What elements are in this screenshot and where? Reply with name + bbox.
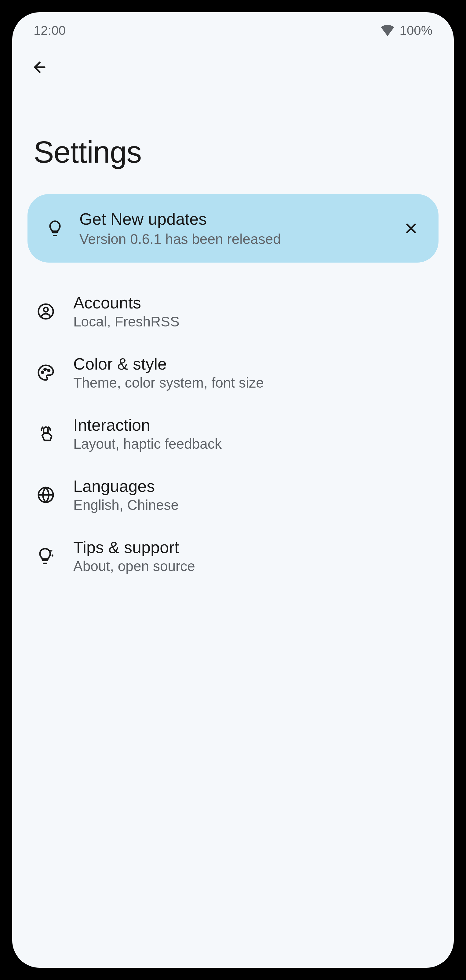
item-subtitle: English, Chinese bbox=[73, 497, 430, 513]
settings-item-languages[interactable]: Languages English, Chinese bbox=[27, 465, 439, 525]
lightbulb-icon bbox=[46, 219, 64, 237]
settings-item-accounts[interactable]: Accounts Local, FreshRSS bbox=[27, 281, 439, 342]
device-frame: 12:00 100% Settings bbox=[6, 6, 460, 974]
settings-list: Accounts Local, FreshRSS Color & style bbox=[12, 281, 454, 587]
status-bar: 12:00 100% bbox=[12, 12, 454, 43]
item-content: Languages English, Chinese bbox=[73, 477, 430, 513]
battery-percentage: 100% bbox=[400, 23, 433, 38]
status-right: 100% bbox=[381, 23, 433, 38]
item-title: Tips & support bbox=[73, 538, 430, 557]
device-screen: 12:00 100% Settings bbox=[12, 12, 454, 968]
item-subtitle: Theme, color system, font size bbox=[73, 374, 430, 391]
palette-icon bbox=[36, 363, 55, 382]
lightbulb-sparkle-icon bbox=[36, 547, 55, 565]
nav-bar bbox=[12, 43, 454, 89]
banner-content: Get New updates Version 0.6.1 has been r… bbox=[79, 209, 387, 247]
touch-icon bbox=[36, 425, 55, 443]
globe-icon bbox=[36, 486, 55, 504]
account-icon bbox=[36, 302, 55, 321]
page-title: Settings bbox=[12, 89, 454, 194]
update-banner[interactable]: Get New updates Version 0.6.1 has been r… bbox=[27, 194, 439, 262]
svg-point-4 bbox=[48, 369, 50, 371]
item-content: Interaction Layout, haptic feedback bbox=[73, 415, 430, 452]
settings-item-color-style[interactable]: Color & style Theme, color system, font … bbox=[27, 342, 439, 403]
item-content: Accounts Local, FreshRSS bbox=[73, 293, 430, 330]
item-content: Color & style Theme, color system, font … bbox=[73, 354, 430, 391]
item-subtitle: About, open source bbox=[73, 558, 430, 574]
settings-item-interaction[interactable]: Interaction Layout, haptic feedback bbox=[27, 403, 439, 465]
banner-subtitle: Version 0.6.1 has been released bbox=[79, 231, 387, 247]
close-button[interactable] bbox=[402, 219, 420, 237]
wifi-icon bbox=[381, 25, 394, 36]
svg-point-1 bbox=[44, 307, 48, 312]
back-button[interactable] bbox=[30, 58, 49, 76]
svg-point-2 bbox=[41, 371, 43, 373]
item-title: Languages bbox=[73, 477, 430, 495]
item-title: Color & style bbox=[73, 354, 430, 373]
item-content: Tips & support About, open source bbox=[73, 538, 430, 574]
status-time: 12:00 bbox=[33, 23, 66, 38]
item-title: Accounts bbox=[73, 293, 430, 312]
item-subtitle: Layout, haptic feedback bbox=[73, 436, 430, 452]
item-subtitle: Local, FreshRSS bbox=[73, 313, 430, 330]
settings-item-tips-support[interactable]: Tips & support About, open source bbox=[27, 525, 439, 587]
banner-title: Get New updates bbox=[79, 209, 387, 228]
svg-point-3 bbox=[44, 368, 46, 370]
item-title: Interaction bbox=[73, 415, 430, 434]
